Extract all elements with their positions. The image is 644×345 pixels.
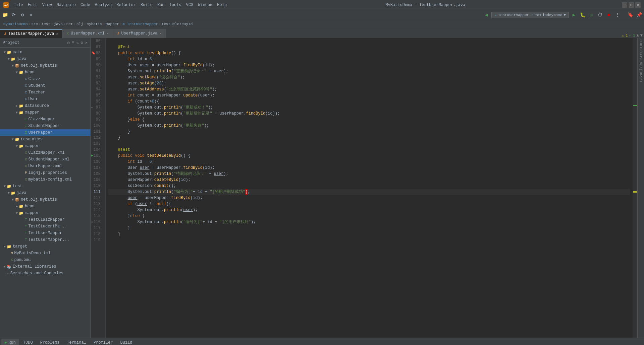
bottom-tab-run[interactable]: ▶ Run — [1, 339, 19, 345]
side-icon-1[interactable]: Structure — [639, 40, 643, 59]
pin-button[interactable]: 📌 — [635, 11, 643, 19]
tree-test-mapper[interactable]: ▼ 📁 mapper — [0, 210, 90, 216]
more-button[interactable]: ⋮ — [614, 11, 621, 19]
code-editor[interactable]: @Test public void testUpdate() { int id … — [106, 38, 633, 338]
tree-java[interactable]: ▼ 📁 java — [0, 56, 90, 62]
close-panel-icon[interactable]: ✕ — [28, 11, 35, 19]
tree-main[interactable]: ▼ 📁 main — [0, 49, 90, 56]
tree-usermapper[interactable]: I UserMapper — [0, 129, 90, 136]
collapse-icon[interactable]: ▼ — [640, 33, 643, 38]
expand-icon[interactable]: ▲ — [637, 33, 639, 38]
tree-ext-libs[interactable]: ▶ 📚 External Libraries — [0, 263, 90, 270]
tree-usermapper-xml[interactable]: X UserMapper.xml — [0, 163, 90, 169]
tree-test-java[interactable]: ▼ 📁 java — [0, 190, 90, 196]
panel-locate-icon[interactable]: ◎ — [67, 40, 70, 45]
tree-testusermapper2[interactable]: T TestUserMapper... — [0, 236, 90, 243]
tree-bean[interactable]: ▼ 📁 bean — [0, 69, 90, 76]
menu-tools[interactable]: Tools — [167, 2, 183, 8]
tree-resources[interactable]: ▼ 📁 resources — [0, 136, 90, 143]
menu-help[interactable]: Help — [215, 2, 229, 8]
run-config-dropdown[interactable]: ▼ — [564, 13, 566, 17]
sync-icon[interactable]: ⟳ — [10, 11, 17, 19]
breadcrumb-project[interactable]: MyBatisDemo — [3, 22, 28, 26]
profile-button[interactable]: ⏱ — [596, 11, 604, 19]
code-line-97: System.out.println("更新成功！"); — [108, 105, 630, 111]
tab-close-3[interactable]: ✕ — [160, 31, 162, 36]
settings-icon[interactable]: ⚙ — [19, 11, 26, 19]
tree-test-bean[interactable]: ▶ 📁 bean — [0, 203, 90, 210]
tree-testusermapper[interactable]: T TestUserMapper — [0, 230, 90, 236]
bottom-tab-problems[interactable]: Problems — [37, 339, 63, 345]
maximize-button[interactable]: □ — [629, 2, 634, 8]
project-icon[interactable]: 📁 — [1, 11, 9, 19]
tree-iml[interactable]: M MyBatisDemo.iml — [0, 250, 90, 257]
bottom-tab-build[interactable]: Build — [117, 339, 136, 345]
tree-student[interactable]: C Student — [0, 82, 90, 89]
bookmark-button[interactable]: 🔖 — [627, 11, 634, 19]
tree-mapper[interactable]: ▼ 📁 mapper — [0, 109, 90, 116]
tab-close-2[interactable]: ✕ — [107, 31, 109, 36]
minimize-button[interactable]: ─ — [622, 2, 627, 8]
coverage-button[interactable]: ☑ — [588, 11, 595, 19]
run-tab-label: Run — [8, 340, 16, 345]
tree-mybatis-config[interactable]: X mybatis-config.xml — [0, 176, 90, 183]
tree-studentmapper-xml[interactable]: X StudentMapper.xml — [0, 156, 90, 163]
breadcrumb-test[interactable]: test — [42, 22, 50, 26]
panel-settings-icon[interactable]: ⚙ — [81, 40, 83, 45]
menu-vcs[interactable]: VCS — [184, 2, 196, 8]
menu-code[interactable]: Code — [78, 2, 92, 8]
panel-close-icon[interactable]: ✕ — [85, 40, 88, 45]
breadcrumb-mybatis[interactable]: mybatis — [87, 22, 102, 26]
tab-user-mapper-java[interactable]: J UserMapper.java ✕ — [113, 29, 166, 38]
bottom-tab-profiler[interactable]: Profiler — [90, 339, 116, 345]
menu-window[interactable]: Window — [196, 2, 214, 8]
tree-testclazzmapper[interactable]: T TestClazzMapper — [0, 216, 90, 223]
breadcrumb-java[interactable]: java — [54, 22, 63, 26]
close-button[interactable]: ✕ — [635, 2, 641, 8]
menu-edit[interactable]: Edit — [26, 2, 40, 8]
tree-pom[interactable]: X pom.xml — [0, 257, 90, 263]
tab-user-mapper-xml[interactable]: X UserMapper.xml ✕ — [62, 29, 113, 38]
panel-collapse-icon[interactable]: ≡ — [72, 40, 74, 45]
tree-clazz[interactable]: C Clazz — [0, 76, 90, 82]
tree-teststudentma[interactable]: T TestStudentMa... — [0, 223, 90, 230]
breadcrumb-olj[interactable]: olj — [76, 22, 83, 26]
menu-analyze[interactable]: Analyze — [93, 2, 114, 8]
breadcrumb-mapper[interactable]: mapper — [106, 22, 119, 26]
stop-button[interactable]: ■ — [605, 11, 612, 19]
tree-test-pkg[interactable]: ▼ 📦 net.olj.mybatis — [0, 196, 90, 203]
side-icon-2[interactable]: Favorites — [639, 62, 643, 82]
run-config-selector[interactable]: ☕ TestUserMapper.testFindByName ▼ — [491, 12, 569, 18]
back-icon[interactable]: ◀ — [483, 11, 490, 19]
tab-test-user-mapper[interactable]: J TestUserMapper.java ✕ — [0, 29, 62, 38]
tree-teacher[interactable]: C Teacher — [0, 89, 90, 96]
breadcrumb-class[interactable]: ⊕ TestUserMapper — [123, 22, 158, 26]
run-button[interactable]: ▶ — [570, 11, 578, 19]
debug-button[interactable]: 🐛 — [579, 11, 586, 19]
tree-user[interactable]: C User — [0, 96, 90, 102]
menu-file[interactable]: File — [11, 2, 25, 8]
tree-datasource[interactable]: ▶ 📁 datasource — [0, 102, 90, 109]
tree-res-mapper[interactable]: ▼ 📁 mapper — [0, 143, 90, 149]
folder-icon-bean: 📁 — [19, 70, 23, 75]
bottom-tab-todo[interactable]: TODO — [20, 339, 36, 345]
tree-studentmapper[interactable]: I StudentMapper — [0, 123, 90, 129]
menu-view[interactable]: View — [40, 2, 54, 8]
tree-target[interactable]: ▶ 📁 target — [0, 243, 90, 250]
menu-build[interactable]: Build — [139, 2, 155, 8]
menu-refactor[interactable]: Refactor — [114, 2, 138, 8]
menu-navigate[interactable]: Navigate — [54, 2, 78, 8]
breadcrumb-method[interactable]: testDeleteById — [162, 22, 193, 26]
tree-clazzmapper-xml[interactable]: X ClazzMapper.xml — [0, 149, 90, 156]
tree-log4j[interactable]: P log4j.properties — [0, 169, 90, 176]
tree-test[interactable]: ▼ 📁 test — [0, 183, 90, 190]
breadcrumb-src[interactable]: src — [31, 22, 38, 26]
menu-run[interactable]: Run — [155, 2, 167, 8]
tree-net-olj[interactable]: ▼ 📦 net.olj.mybatis — [0, 62, 90, 69]
tab-close-1[interactable]: ✕ — [56, 32, 58, 36]
breadcrumb-net[interactable]: net — [66, 22, 73, 26]
panel-sort-icon[interactable]: ⇅ — [76, 40, 78, 45]
tree-scratches[interactable]: ✏ Scratches and Consoles — [0, 270, 90, 277]
bottom-tab-terminal[interactable]: Terminal — [63, 339, 90, 345]
tree-clazzmapper[interactable]: I ClazzMapper — [0, 116, 90, 123]
